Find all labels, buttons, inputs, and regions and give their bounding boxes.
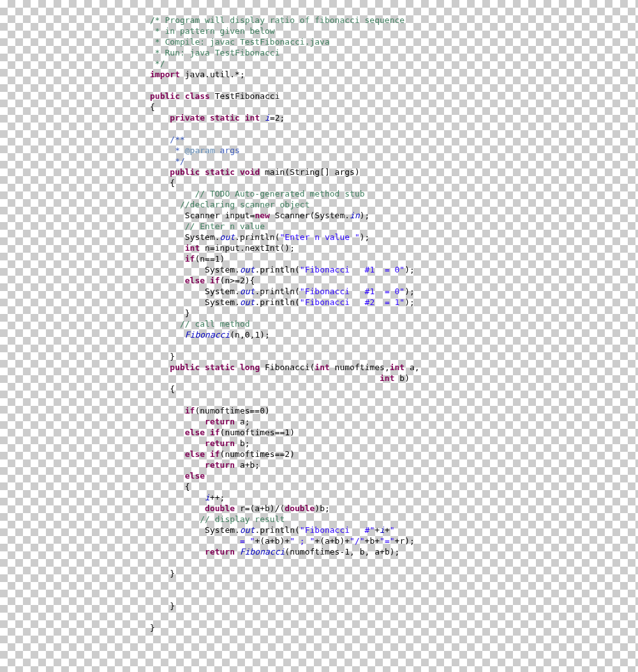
code-token: int (245, 113, 260, 123)
code-token: return (205, 460, 235, 470)
code-token: "=" (380, 536, 394, 546)
code-token: out (240, 525, 255, 535)
code-token: " ; " (290, 536, 315, 546)
code-token: else (185, 449, 205, 459)
code-token: "Fibonacci #1 = 0" (300, 287, 404, 296)
code-token: "/" (350, 536, 364, 546)
code-token: if (210, 449, 220, 459)
code-token: if (185, 254, 195, 264)
code-token: i (205, 493, 210, 502)
code-token: static (210, 113, 240, 123)
code-token: int (315, 362, 329, 372)
code-token: return (205, 417, 235, 426)
code-token: @param (185, 146, 215, 155)
code-token: return (205, 438, 235, 448)
code-token: else (185, 471, 205, 481)
code-token: Fibonacci (185, 330, 230, 340)
code-token: /** * (150, 135, 185, 155)
code-token: public (150, 91, 180, 101)
code-token: private (170, 113, 205, 123)
code-token: in (350, 211, 360, 220)
code-token: // TODO Auto-generated method stub (195, 189, 364, 198)
code-token: long (240, 362, 260, 372)
code-token: if (185, 406, 195, 415)
code-token: else (185, 276, 205, 285)
code-token: "Enter n value " (280, 232, 360, 242)
code-token: public (170, 362, 200, 372)
code-token: // Enter n value (185, 221, 265, 231)
code-token: double (285, 504, 315, 513)
code-token: static (205, 167, 235, 177)
code-token: int (185, 243, 200, 253)
code-token: new (255, 211, 269, 220)
code-token: void (240, 167, 260, 177)
code-token: // call method (180, 319, 250, 329)
code-token: "Fibonacci #" (300, 525, 375, 535)
code-token: else (185, 428, 205, 437)
code-token: int (390, 362, 404, 372)
code-token: i (265, 113, 270, 123)
code-token: i (380, 525, 385, 535)
code-token: import (150, 70, 180, 79)
code-token: double (205, 504, 235, 513)
code-token: if (210, 428, 220, 437)
code-token: class (185, 91, 210, 101)
java-source-code: /* Program will display ratio of fibonac… (150, 15, 420, 633)
code-token: static (205, 362, 235, 372)
code-token: "Fibonacci #2 = 1" (300, 297, 404, 307)
code-token: out (240, 297, 255, 307)
code-token: return (205, 547, 235, 556)
code-token: /* Program will display ratio of fibonac… (150, 15, 404, 68)
code-token: int (380, 373, 394, 383)
code-token: out (220, 232, 235, 242)
code-token: // display result (200, 514, 285, 524)
code-token: //declaring scanner object (180, 200, 310, 209)
code-token: if (210, 276, 220, 285)
code-token: public (170, 167, 200, 177)
code-token: Fibonacci (240, 547, 285, 556)
code-token: out (240, 287, 255, 296)
code-token: out (240, 265, 255, 274)
code-token: "Fibonacci #1 = 0" (300, 265, 404, 274)
